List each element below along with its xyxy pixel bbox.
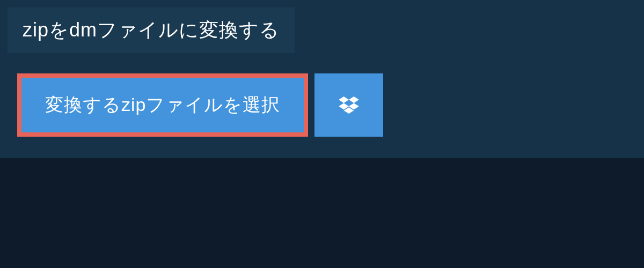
title-bar: zipをdmファイルに変換する [8,8,295,53]
converter-panel: zipをdmファイルに変換する 変換するzipファイルを選択 [0,0,644,158]
dropbox-button[interactable] [314,73,383,137]
dropbox-icon [339,96,359,114]
select-file-button[interactable]: 変換するzipファイルを選択 [17,73,308,137]
button-row: 変換するzipファイルを選択 [17,73,644,137]
select-file-label: 変換するzipファイルを選択 [45,93,280,117]
page-title: zipをdmファイルに変換する [23,17,280,43]
